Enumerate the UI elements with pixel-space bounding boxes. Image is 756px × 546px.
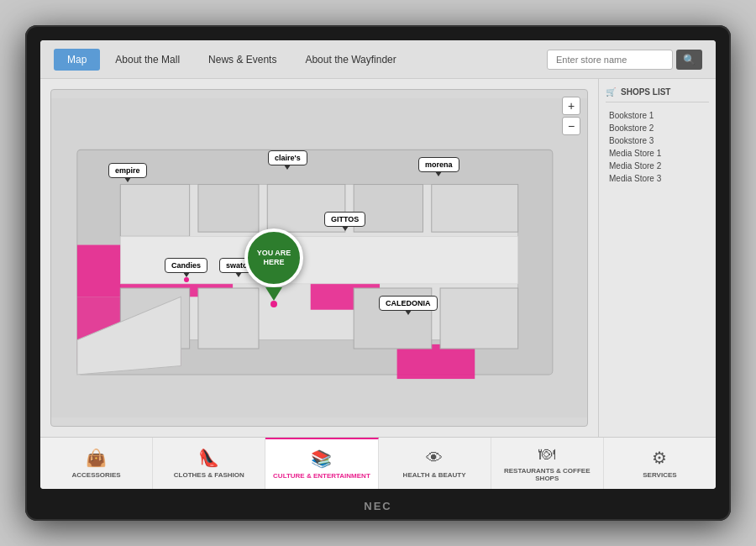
store-empire[interactable]: empire: [108, 163, 147, 178]
culture-label: Culture & Entertainment: [273, 472, 370, 480]
shop-item-4[interactable]: Media Store 1: [606, 147, 709, 160]
clothes-icon: 👠: [198, 448, 219, 468]
svg-rect-15: [440, 288, 518, 349]
services-icon: ⚙: [652, 448, 667, 468]
top-nav: Map About the Mall News & Events About t…: [40, 40, 716, 79]
store-candies[interactable]: Candies: [165, 258, 207, 273]
cat-culture[interactable]: 📚 Culture & Entertainment: [265, 438, 378, 489]
monitor: Map About the Mall News & Events About t…: [25, 25, 731, 521]
map-zoom-controls: + −: [562, 97, 580, 135]
svg-rect-6: [397, 344, 475, 379]
store-morena[interactable]: morena: [418, 157, 459, 172]
cat-clothes[interactable]: 👠 Clothes & Fashion: [153, 438, 265, 489]
restaurants-icon: 🍽: [538, 444, 555, 464]
you-are-here-marker: YOU AREHERE: [244, 228, 303, 307]
zoom-in-button[interactable]: +: [562, 97, 580, 115]
you-are-here-label: YOU AREHERE: [244, 228, 303, 287]
search-bar: 🔍: [547, 50, 702, 70]
monitor-brand: NEC: [364, 500, 391, 512]
store-gittos[interactable]: GITTOS: [324, 212, 365, 227]
svg-rect-7: [120, 185, 189, 237]
culture-icon: 📚: [311, 449, 332, 469]
accessories-icon: 👜: [86, 448, 107, 468]
shop-item-2[interactable]: Bookstore 2: [606, 122, 709, 134]
health-icon: 👁: [426, 449, 443, 468]
services-label: Services: [643, 471, 676, 479]
cart-icon: 🛒: [606, 87, 616, 97]
tab-wayfinder[interactable]: About the Wayfinder: [291, 49, 409, 71]
health-label: Health & Beauty: [403, 471, 466, 479]
shop-item-1[interactable]: Bookstore 1: [606, 109, 709, 122]
map-area: empire claire's morena Candies swatch GI…: [40, 79, 598, 437]
zoom-out-button[interactable]: −: [562, 117, 580, 135]
restaurants-label: Restaurants & Coffee Shops: [495, 467, 600, 482]
cat-services[interactable]: ⚙ Services: [604, 438, 716, 489]
accessories-label: Accessories: [71, 471, 120, 479]
svg-rect-8: [198, 185, 259, 233]
clothes-label: Clothes & Fashion: [174, 471, 244, 479]
tab-map[interactable]: Map: [54, 49, 100, 71]
you-are-here-pin: [265, 287, 282, 301]
cat-accessories[interactable]: 👜 Accessories: [40, 438, 153, 489]
screen: Map About the Mall News & Events About t…: [40, 40, 716, 489]
cat-health[interactable]: 👁 Health & Beauty: [379, 438, 491, 489]
tab-news[interactable]: News & Events: [195, 49, 290, 71]
sidebar-header: 🛒 SHOPS LIST: [606, 87, 709, 102]
shop-list: Bookstore 1 Bookstore 2 Bookstore 3 Medi…: [606, 109, 709, 185]
map-container[interactable]: empire claire's morena Candies swatch GI…: [50, 89, 588, 427]
store-caledonia[interactable]: CALEDONIA: [379, 296, 438, 311]
shop-item-3[interactable]: Bookstore 3: [606, 134, 709, 147]
search-button[interactable]: 🔍: [676, 50, 702, 70]
store-claires[interactable]: claire's: [268, 150, 307, 165]
shop-item-5[interactable]: Media Store 2: [606, 160, 709, 172]
mall-map-svg: [51, 90, 587, 426]
sidebar-title: SHOPS LIST: [621, 87, 670, 97]
svg-rect-11: [432, 185, 518, 233]
search-input[interactable]: [547, 50, 673, 70]
main-content: empire claire's morena Candies swatch GI…: [40, 79, 716, 437]
cat-restaurants[interactable]: 🍽 Restaurants & Coffee Shops: [491, 438, 604, 489]
shops-sidebar: 🛒 SHOPS LIST Bookstore 1 Bookstore 2 Boo…: [598, 79, 716, 437]
tab-about[interactable]: About the Mall: [102, 49, 193, 71]
shop-item-6[interactable]: Media Store 3: [606, 172, 709, 185]
category-bar: 👜 Accessories 👠 Clothes & Fashion 📚 Cult…: [40, 437, 716, 489]
you-are-here-dot: [270, 301, 277, 307]
